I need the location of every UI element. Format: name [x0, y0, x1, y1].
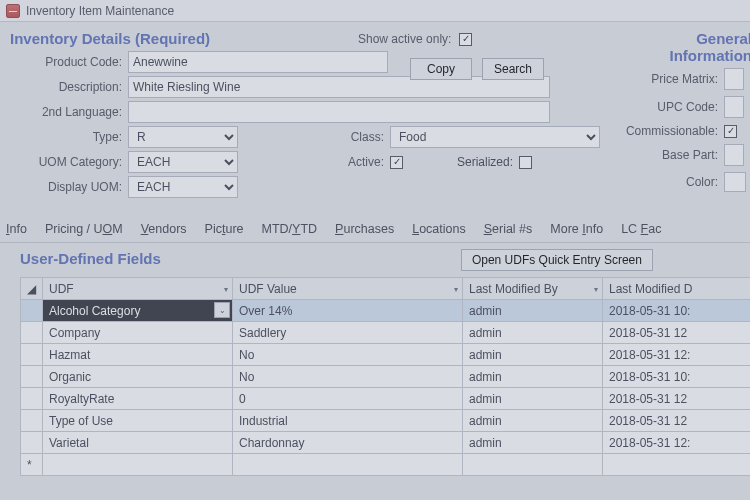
upc-code-label: UPC Code:: [614, 100, 724, 114]
udf-name-cell[interactable]: Varietal: [43, 432, 233, 454]
row-gutter[interactable]: [21, 300, 43, 322]
display-uom-select[interactable]: EACH: [128, 176, 238, 198]
serialized-label: Serialized:: [457, 155, 513, 169]
row-gutter[interactable]: [21, 344, 43, 366]
row-gutter[interactable]: [21, 388, 43, 410]
serialized-checkbox[interactable]: [519, 156, 532, 169]
udf-value-cell[interactable]: No: [233, 366, 463, 388]
udf-name-cell[interactable]: Organic: [43, 366, 233, 388]
table-row[interactable]: VarietalChardonnayadmin2018-05-31 12:: [21, 432, 751, 454]
table-row[interactable]: Alcohol Category⌄Over 14%admin2018-05-31…: [21, 300, 751, 322]
udf-name-cell[interactable]: Alcohol Category⌄: [43, 300, 233, 322]
udf-section: User-Defined Fields Open UDFs Quick Entr…: [0, 243, 750, 476]
udf-modby-col-header[interactable]: Last Modified By▾: [463, 278, 603, 300]
inventory-details-title: Inventory Details (Required): [10, 30, 590, 47]
open-udf-button[interactable]: Open UDFs Quick Entry Screen: [461, 249, 653, 271]
tab-more-info[interactable]: More Info: [550, 222, 603, 236]
table-row[interactable]: Type of UseIndustrialadmin2018-05-31 12: [21, 410, 751, 432]
udf-gutter-header[interactable]: ◢: [21, 278, 43, 300]
udf-value-cell[interactable]: Industrial: [233, 410, 463, 432]
udf-moddate-cell: 2018-05-31 12:: [603, 432, 751, 454]
table-row[interactable]: CompanySaddleryadmin2018-05-31 12: [21, 322, 751, 344]
udf-modby-cell: admin: [463, 300, 603, 322]
udf-modby-cell: admin: [463, 344, 603, 366]
udf-moddate-col-header[interactable]: Last Modified D: [603, 278, 751, 300]
chevron-down-icon[interactable]: ⌄: [214, 302, 230, 318]
udf-modby-cell: admin: [463, 410, 603, 432]
udf-col-header[interactable]: UDF▾: [43, 278, 233, 300]
udf-value-cell[interactable]: Over 14%: [233, 300, 463, 322]
chevron-down-icon[interactable]: ▾: [594, 284, 598, 293]
upc-code-input[interactable]: [724, 96, 744, 118]
udf-value-col-header[interactable]: UDF Value▾: [233, 278, 463, 300]
row-gutter[interactable]: *: [21, 454, 43, 476]
udf-name-cell[interactable]: Type of Use: [43, 410, 233, 432]
show-active-checkbox[interactable]: [459, 33, 472, 46]
color-label: Color:: [614, 175, 724, 189]
class-label: Class:: [320, 130, 390, 144]
udf-title: User-Defined Fields: [20, 250, 161, 267]
second-lang-input[interactable]: [128, 101, 550, 123]
tab-locations[interactable]: Locations: [412, 222, 466, 236]
row-gutter[interactable]: [21, 322, 43, 344]
row-gutter[interactable]: [21, 410, 43, 432]
new-row[interactable]: *: [21, 454, 751, 476]
titlebar: Inventory Item Maintenance: [0, 0, 750, 22]
table-row[interactable]: OrganicNoadmin2018-05-31 10:: [21, 366, 751, 388]
tab-serial-s[interactable]: Serial #s: [484, 222, 533, 236]
active-checkbox[interactable]: [390, 156, 403, 169]
display-uom-label: Display UOM:: [10, 180, 128, 194]
udf-name-cell[interactable]: Company: [43, 322, 233, 344]
udf-moddate-cell: 2018-05-31 10:: [603, 366, 751, 388]
udf-modby-cell: admin: [463, 388, 603, 410]
product-code-label: Product Code:: [10, 55, 128, 69]
color-swatch[interactable]: [724, 172, 746, 192]
tab-purchases[interactable]: Purchases: [335, 222, 394, 236]
row-gutter[interactable]: [21, 366, 43, 388]
search-button[interactable]: Search: [482, 58, 544, 80]
udf-modby-cell: admin: [463, 366, 603, 388]
tab-picture[interactable]: Picture: [205, 222, 244, 236]
window-title: Inventory Item Maintenance: [26, 4, 174, 18]
price-matrix-label: Price Matrix:: [614, 72, 724, 86]
udf-table: ◢ UDF▾ UDF Value▾ Last Modified By▾ Last…: [20, 277, 750, 476]
table-row[interactable]: HazmatNoadmin2018-05-31 12:: [21, 344, 751, 366]
udf-name-cell[interactable]: Hazmat: [43, 344, 233, 366]
udf-value-cell[interactable]: No: [233, 344, 463, 366]
tab-lc-fac[interactable]: LC Fac: [621, 222, 661, 236]
udf-modby-cell: admin: [463, 432, 603, 454]
tab-pricing-uom[interactable]: Pricing / UOM: [45, 222, 123, 236]
show-active-only: Show active only:: [358, 32, 472, 46]
price-matrix-input[interactable]: [724, 68, 744, 90]
general-info-title: General Information: [614, 30, 750, 64]
base-part-label: Base Part:: [614, 148, 724, 162]
chevron-down-icon[interactable]: ▾: [224, 284, 228, 293]
second-lang-label: 2nd Language:: [10, 105, 128, 119]
table-row[interactable]: RoyaltyRate0admin2018-05-31 12: [21, 388, 751, 410]
commissionable-checkbox[interactable]: [724, 125, 737, 138]
app-icon: [6, 4, 20, 18]
type-select[interactable]: R: [128, 126, 238, 148]
row-gutter[interactable]: [21, 432, 43, 454]
chevron-down-icon[interactable]: ▾: [454, 284, 458, 293]
commissionable-label: Commissionable:: [614, 124, 724, 138]
description-label: Description:: [10, 80, 128, 94]
udf-value-cell[interactable]: Saddlery: [233, 322, 463, 344]
class-select[interactable]: Food: [390, 126, 600, 148]
product-code-input[interactable]: [128, 51, 388, 73]
tab-info[interactable]: Info: [6, 222, 27, 236]
udf-name-cell[interactable]: RoyaltyRate: [43, 388, 233, 410]
tab-mtd-ytd[interactable]: MTD/YTD: [262, 222, 318, 236]
tab-vendors[interactable]: Vendors: [141, 222, 187, 236]
uom-category-select[interactable]: EACH: [128, 151, 238, 173]
inventory-details-section: Inventory Details (Required) Show active…: [10, 30, 590, 198]
tab-bar: InfoPricing / UOMVendorsPictureMTD/YTDPu…: [0, 204, 750, 243]
udf-moddate-cell: 2018-05-31 12:: [603, 344, 751, 366]
copy-button[interactable]: Copy: [410, 58, 472, 80]
type-label: Type:: [10, 130, 128, 144]
base-part-input[interactable]: [724, 144, 744, 166]
udf-value-cell[interactable]: 0: [233, 388, 463, 410]
uom-category-label: UOM Category:: [10, 155, 128, 169]
udf-value-cell[interactable]: Chardonnay: [233, 432, 463, 454]
udf-moddate-cell: 2018-05-31 12: [603, 410, 751, 432]
